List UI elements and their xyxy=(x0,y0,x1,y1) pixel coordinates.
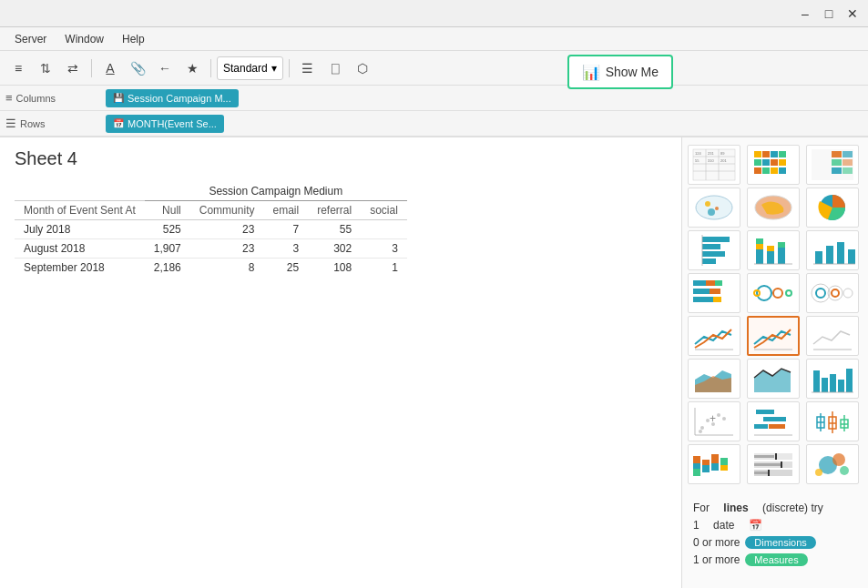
row-null-august: 1,907 xyxy=(145,239,190,259)
toolbar-chart-icon[interactable]: ☰ xyxy=(295,56,321,81)
svg-text:+: + xyxy=(710,412,716,425)
svg-rect-79 xyxy=(830,374,836,392)
svg-rect-45 xyxy=(767,251,774,264)
chart-thumb-bar-cols[interactable] xyxy=(806,359,859,399)
svg-rect-29 xyxy=(832,167,842,174)
chart-thumb-highlight-table[interactable] xyxy=(806,145,859,185)
title-bar: – □ ✕ xyxy=(0,0,868,27)
chart-thumb-area[interactable] xyxy=(688,359,740,399)
svg-point-32 xyxy=(705,201,710,207)
sheet-title: Sheet 4 xyxy=(15,148,667,169)
chart-thumb-dual-axis[interactable] xyxy=(806,316,859,356)
col-header-referral: referral xyxy=(308,201,361,220)
footer-line-type: For lines (discrete) try xyxy=(693,502,857,514)
svg-rect-22 xyxy=(771,167,778,174)
chart-thumb-scatter[interactable]: + xyxy=(688,401,740,441)
rows-pill[interactable]: 📅 MONTH(Event Se... xyxy=(106,115,224,133)
chart-thumb-text-table[interactable]: 1242318955310201 xyxy=(688,145,740,185)
show-me-button[interactable]: 📊 Show Me xyxy=(567,55,673,89)
chart-thumb-line[interactable] xyxy=(688,316,740,356)
svg-point-126 xyxy=(840,466,849,475)
chart-thumb-stacked-horiz-bar[interactable] xyxy=(688,273,740,313)
toolbar-paperclip[interactable]: 📎 xyxy=(125,56,150,81)
svg-rect-58 xyxy=(693,289,710,294)
svg-point-88 xyxy=(699,430,702,433)
col-header-email: email xyxy=(263,201,308,220)
row-null-september: 2,186 xyxy=(145,259,190,278)
svg-text:201: 201 xyxy=(720,158,727,163)
chart-thumb-box-plot[interactable] xyxy=(806,401,859,441)
col-header-empty xyxy=(15,182,145,201)
svg-rect-78 xyxy=(822,378,828,392)
svg-rect-53 xyxy=(848,249,855,264)
toolbar-underline[interactable]: A xyxy=(97,56,123,81)
table-row: July 2018 525 23 7 55 xyxy=(15,220,407,239)
row-label-september: September 2018 xyxy=(15,259,145,278)
chart-thumb-pie[interactable] xyxy=(806,188,859,228)
svg-rect-111 xyxy=(711,454,719,463)
chart-thumb-gantt[interactable] xyxy=(747,401,800,441)
toolbar-share-icon[interactable]: ⬡ xyxy=(350,56,375,81)
footer-qualifier: (discrete) try xyxy=(762,502,823,514)
toolbar-icon-1[interactable]: ≡ xyxy=(5,56,31,81)
table-row: September 2018 2,186 8 25 108 1 xyxy=(15,259,407,278)
chart-thumb-stacked-circle[interactable] xyxy=(806,273,859,313)
chart-thumb-heat-map[interactable] xyxy=(747,145,800,185)
svg-rect-118 xyxy=(754,455,774,458)
minimize-button[interactable]: – xyxy=(797,5,813,22)
svg-rect-28 xyxy=(842,159,853,166)
chart-thumb-stacked-bar[interactable] xyxy=(747,230,800,270)
col-header-null: Null xyxy=(145,201,190,220)
svg-rect-52 xyxy=(837,242,844,264)
row-social-september: 1 xyxy=(361,259,407,278)
svg-rect-109 xyxy=(702,460,710,465)
toolbar-icon-3[interactable]: ⇄ xyxy=(60,56,86,81)
columns-pill[interactable]: 💾 Session Campaign M... xyxy=(106,89,239,107)
chart-thumb-filled-map[interactable] xyxy=(747,188,800,228)
chart-thumb-line-discrete[interactable] xyxy=(747,316,800,356)
menu-help[interactable]: Help xyxy=(115,31,152,47)
db-icon: 💾 xyxy=(113,93,124,103)
maximize-button[interactable]: □ xyxy=(821,5,837,22)
menu-window[interactable]: Window xyxy=(57,31,111,47)
menu-bar: Server Window Help xyxy=(0,27,868,51)
rows-icon: ☰ xyxy=(5,117,16,130)
row-referral-july: 55 xyxy=(308,220,361,239)
chart-thumb-bar[interactable] xyxy=(806,230,859,270)
chart-thumb-bubble[interactable] xyxy=(806,444,859,484)
chart-thumb-area-continuous[interactable] xyxy=(747,359,800,399)
svg-point-83 xyxy=(700,426,704,430)
measures-badge: Measures xyxy=(745,553,807,566)
chart-thumb-circle[interactable] xyxy=(747,273,800,313)
svg-text:55: 55 xyxy=(695,158,700,163)
view-type-dropdown[interactable]: Standard ▾ xyxy=(217,56,283,80)
svg-rect-108 xyxy=(693,469,700,476)
date-unit: date xyxy=(713,519,734,532)
svg-rect-25 xyxy=(832,151,842,157)
toolbar-monitor-icon[interactable]: ⎕ xyxy=(322,56,348,81)
chart-thumb-bullet[interactable] xyxy=(747,444,800,484)
chart-thumb-symbol-map[interactable] xyxy=(688,188,740,228)
svg-rect-50 xyxy=(815,251,822,264)
close-button[interactable]: ✕ xyxy=(844,5,861,22)
menu-server[interactable]: Server xyxy=(7,31,54,47)
row-community-september: 8 xyxy=(190,259,264,278)
canvas: Sheet 4 Session Campaign Medium Month of… xyxy=(0,137,681,588)
toolbar-pin[interactable]: ★ xyxy=(179,56,205,81)
main-area: Sheet 4 Session Campaign Medium Month of… xyxy=(0,137,868,588)
view-type-label: Standard xyxy=(223,62,268,75)
chart-thumb-stacked-group[interactable] xyxy=(688,444,740,484)
svg-rect-30 xyxy=(842,167,853,174)
chart-thumb-horizontal-bar[interactable] xyxy=(688,230,740,270)
svg-rect-44 xyxy=(756,238,763,244)
toolbar-icon-2[interactable]: ⇅ xyxy=(33,56,58,81)
svg-rect-55 xyxy=(693,280,706,286)
svg-rect-119 xyxy=(754,463,781,466)
footer-for-text: For xyxy=(693,502,710,514)
row-label-july: July 2018 xyxy=(15,220,145,239)
svg-rect-114 xyxy=(720,465,728,471)
svg-rect-93 xyxy=(763,417,786,421)
meas-count: 1 or more xyxy=(693,553,740,566)
toolbar-left-arrow[interactable]: ← xyxy=(152,56,178,81)
svg-rect-39 xyxy=(702,251,725,257)
